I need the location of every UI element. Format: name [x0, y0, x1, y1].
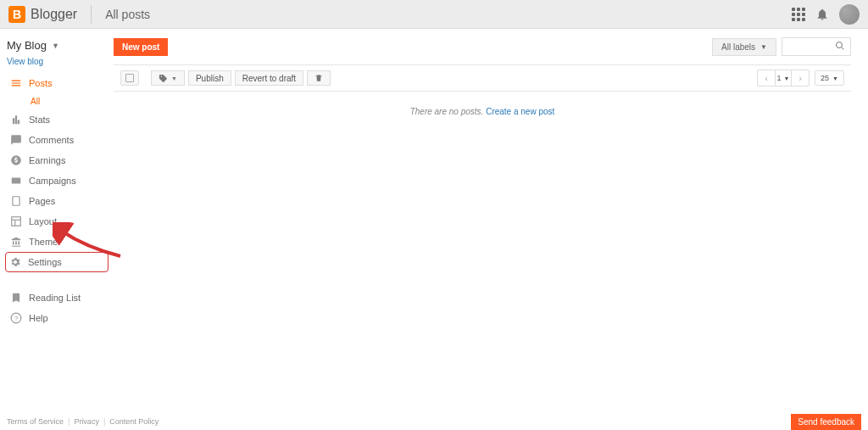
- pager-next-button[interactable]: ›: [792, 70, 809, 86]
- sidebar-item-pages[interactable]: Pages: [7, 191, 107, 211]
- svg-rect-1: [13, 197, 19, 206]
- bookmark-icon: [10, 292, 22, 304]
- sidebar-sub-all[interactable]: All: [7, 93, 107, 109]
- new-post-button[interactable]: New post: [114, 38, 168, 56]
- send-feedback-button[interactable]: Send feedback: [791, 414, 861, 430]
- sidebar-item-theme[interactable]: Theme: [7, 232, 107, 252]
- sidebar-item-posts[interactable]: Posts: [7, 73, 107, 93]
- svg-point-7: [837, 42, 843, 47]
- sidebar-item-comments[interactable]: Comments: [7, 130, 107, 150]
- search-input[interactable]: [782, 37, 851, 56]
- chevron-down-icon: ▼: [832, 75, 838, 81]
- sidebar-item-stats[interactable]: Stats: [7, 109, 107, 130]
- sidebar: My Blog ▼ View blog Posts All Stats Comm…: [0, 29, 110, 413]
- sidebar-item-label: Stats: [29, 114, 50, 125]
- app-header: B Blogger All posts: [0, 0, 868, 29]
- sidebar-item-label: Campaigns: [29, 176, 76, 186]
- campaigns-icon: [10, 175, 22, 187]
- pager-current[interactable]: 1▼: [775, 70, 792, 86]
- publish-button[interactable]: Publish: [188, 70, 231, 86]
- svg-text:?: ?: [14, 315, 18, 322]
- sidebar-item-label: Theme: [29, 237, 58, 247]
- pager-prev-button[interactable]: ‹: [758, 70, 775, 86]
- revert-button[interactable]: Revert to draft: [235, 70, 303, 86]
- chevron-down-icon: ▼: [171, 75, 177, 81]
- sidebar-item-label: Posts: [29, 78, 53, 88]
- sidebar-item-label: Reading List: [29, 293, 81, 303]
- pager: ‹ 1▼ ›: [757, 70, 810, 87]
- terms-link[interactable]: Terms of Service: [7, 417, 64, 426]
- sidebar-item-reading-list[interactable]: Reading List: [7, 288, 107, 308]
- apps-icon[interactable]: [792, 8, 805, 21]
- view-blog-link[interactable]: View blog: [7, 55, 107, 73]
- sidebar-item-label: Layout: [29, 216, 57, 226]
- sidebar-item-earnings[interactable]: Earnings: [7, 150, 107, 170]
- logo-text: Blogger: [31, 7, 77, 22]
- sidebar-item-label: Comments: [29, 135, 74, 145]
- theme-icon: [10, 236, 22, 248]
- empty-state: There are no posts. Create a new post: [114, 92, 851, 131]
- search-icon: [835, 41, 845, 53]
- tag-icon: [159, 74, 168, 83]
- blog-name: My Blog: [7, 39, 47, 52]
- sidebar-item-label: Earnings: [29, 155, 65, 165]
- chevron-down-icon: ▼: [760, 43, 767, 51]
- blogger-logo-icon: B: [8, 6, 25, 23]
- earnings-icon: [10, 154, 22, 166]
- pages-icon: [10, 195, 22, 207]
- sidebar-item-label: Pages: [29, 196, 55, 206]
- header-divider: [91, 5, 92, 24]
- tag-dropdown-button[interactable]: ▼: [151, 70, 185, 86]
- gear-icon: [9, 256, 21, 268]
- labels-dropdown-label: All labels: [721, 42, 755, 52]
- footer: Terms of Service | Privacy | Content Pol…: [0, 413, 868, 430]
- chevron-down-icon: ▼: [52, 42, 59, 50]
- notifications-icon[interactable]: [815, 8, 829, 21]
- content-policy-link[interactable]: Content Policy: [109, 417, 159, 426]
- posts-toolbar: ▼ Publish Revert to draft ‹ 1▼ › 25▼: [114, 64, 851, 92]
- sidebar-item-label: Help: [29, 313, 48, 323]
- sidebar-item-layout[interactable]: Layout: [7, 211, 107, 232]
- comments-icon: [10, 134, 22, 146]
- sidebar-item-label: Settings: [28, 257, 62, 267]
- privacy-link[interactable]: Privacy: [74, 417, 99, 426]
- chevron-down-icon: ▼: [784, 75, 790, 81]
- layout-icon: [10, 215, 22, 227]
- svg-rect-0: [12, 178, 21, 184]
- svg-line-8: [842, 47, 844, 49]
- create-post-link[interactable]: Create a new post: [486, 107, 554, 116]
- sidebar-item-campaigns[interactable]: Campaigns: [7, 170, 107, 191]
- avatar[interactable]: [839, 4, 860, 25]
- page-size-dropdown[interactable]: 25▼: [815, 70, 844, 86]
- svg-rect-2: [12, 217, 21, 226]
- select-all-checkbox[interactable]: [120, 70, 139, 86]
- blog-selector[interactable]: My Blog ▼: [7, 36, 107, 55]
- page-title: All posts: [105, 8, 150, 21]
- sidebar-item-settings[interactable]: Settings: [5, 252, 108, 272]
- help-icon: ?: [10, 312, 22, 324]
- stats-icon: [10, 114, 22, 126]
- empty-text: There are no posts.: [410, 107, 484, 116]
- content-area: New post All labels ▼ ▼: [110, 29, 868, 413]
- posts-icon: [10, 77, 22, 89]
- trash-icon: [314, 74, 323, 82]
- delete-button[interactable]: [307, 70, 331, 86]
- labels-dropdown[interactable]: All labels ▼: [712, 38, 776, 56]
- sidebar-item-help[interactable]: ? Help: [7, 308, 107, 328]
